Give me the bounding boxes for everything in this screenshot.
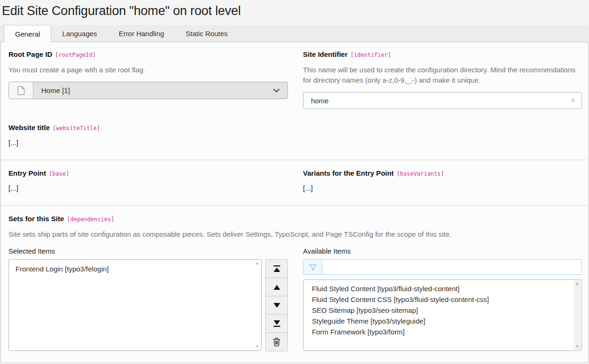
available-item[interactable]: Fluid Styled Content [typo3/fluid-styled… [303, 283, 567, 294]
selected-items-column: Selected Items Frontend Login [typo3/fel… [1, 240, 295, 351]
selected-item[interactable]: Frontend Login [typo3/felogin] [9, 263, 247, 274]
site-identifier-key: [identifier] [350, 52, 391, 58]
entry-point-label-text: Entry Point [8, 169, 46, 177]
entry-point-variants-collapsed-value[interactable]: [...] [303, 184, 313, 192]
filter-funnel-icon [308, 263, 318, 272]
root-page-id-group: Root Page ID[rootPageId] You must create… [1, 50, 295, 109]
scroll-down-icon[interactable]: ▼ [255, 345, 259, 349]
root-page-id-selected-value: Home [1] [33, 82, 287, 99]
root-page-id-key: [rootPageId] [55, 52, 96, 58]
general-tab-panel: Root Page ID[rootPageId] You must create… [0, 42, 589, 363]
entry-point-group: Entry Point[base] [...] [1, 169, 295, 192]
move-down-icon [273, 302, 280, 309]
website-title-key: [websiteTitle] [53, 125, 100, 132]
entry-point-variants-label: Variants for the Entry Point[baseVariant… [303, 169, 581, 178]
website-title-label-text: Website title [8, 124, 50, 132]
root-page-id-label-text: Root Page ID [8, 50, 52, 58]
trash-icon [272, 337, 281, 347]
tab-general[interactable]: General [4, 25, 51, 42]
available-item[interactable]: SEO Sitemap [typo3/seo-sitemap] [303, 305, 567, 316]
page-title: Edit Site Configuration "home" on root l… [2, 3, 589, 19]
entry-point-variants-key: [baseVariants] [396, 170, 444, 177]
available-items-filter [303, 259, 582, 275]
selected-items-heading: Selected Items [8, 246, 288, 256]
tab-static-routes[interactable]: Static Routes [175, 25, 238, 42]
root-page-id-description: You must create a page with a site root … [8, 65, 288, 75]
website-title-group: Website title[websiteTitle] [...] [1, 123, 295, 147]
clear-icon[interactable]: ✕ [570, 96, 576, 105]
entry-point-collapsed-value[interactable]: [...] [8, 184, 18, 192]
section-root-and-identifier: Root Page ID[rootPageId] You must create… [1, 42, 588, 160]
move-down-button[interactable] [265, 296, 288, 315]
selected-items-scrollbar[interactable]: ▲ ▼ [253, 260, 261, 350]
move-to-top-icon [273, 265, 280, 272]
entry-point-variants-label-text: Variants for the Entry Point [303, 169, 394, 177]
section-sets: Sets for this Site[dependencies] Site se… [1, 206, 588, 363]
sets-header: Sets for this Site[dependencies] Site se… [1, 214, 588, 240]
scroll-up-icon[interactable]: ▲ [255, 262, 259, 265]
scroll-up-icon[interactable]: ▲ [575, 282, 579, 286]
sets-key: [dependencies] [67, 216, 114, 223]
move-up-icon [273, 284, 280, 290]
selected-items-controls [265, 259, 288, 351]
site-identifier-input[interactable] [303, 92, 582, 109]
move-to-bottom-icon [273, 320, 280, 327]
root-page-id-select[interactable]: Home [1] [8, 82, 288, 99]
tab-languages[interactable]: Languages [51, 25, 108, 42]
available-items-column: Available Items Fluid Styled Content [ty… [295, 240, 589, 351]
sets-description: Site sets ship parts of site configurati… [8, 229, 581, 240]
page-icon-box [9, 82, 33, 99]
website-title-label: Website title[websiteTitle] [8, 123, 288, 133]
site-identifier-label: Site Identifier[identifier] [303, 50, 582, 60]
move-up-button[interactable] [265, 278, 288, 296]
available-item[interactable]: Form Framework [typo3/form] [303, 326, 567, 337]
available-items-heading: Available Items [303, 246, 582, 256]
tab-bar: General Languages Error Handling Static … [0, 25, 589, 42]
section-entry-point: Entry Point[base] [...] Variants for the… [1, 160, 588, 206]
move-to-bottom-button[interactable] [265, 314, 288, 333]
entry-point-variants-group: Variants for the Entry Point[baseVariant… [295, 169, 588, 192]
entry-point-label: Entry Point[base] [8, 169, 288, 178]
site-identifier-input-wrap: ✕ [303, 92, 582, 109]
sets-label: Sets for this Site[dependencies] [8, 214, 581, 224]
chevron-down-icon [273, 88, 280, 93]
move-to-top-button[interactable] [265, 259, 288, 278]
selected-items-listbox[interactable]: Frontend Login [typo3/felogin] ▲ ▼ [8, 259, 262, 351]
site-identifier-description: This name will be used to create the con… [303, 65, 582, 85]
entry-point-key: [base] [49, 170, 69, 177]
available-items-scrollbar[interactable]: ▲ ▼ [574, 280, 581, 350]
available-item[interactable]: Fluid Styled Content CSS [typo3/fluid-st… [303, 294, 567, 305]
scroll-down-icon[interactable]: ▼ [575, 345, 579, 349]
website-title-collapsed-value[interactable]: [...] [8, 139, 18, 147]
site-identifier-group: Site Identifier[identifier] This name wi… [295, 50, 589, 109]
root-page-id-label: Root Page ID[rootPageId] [8, 50, 288, 60]
available-item[interactable]: Styleguide Theme [typo3/styleguide] [303, 316, 567, 326]
remove-item-button[interactable] [265, 333, 288, 351]
sets-label-text: Sets for this Site [8, 215, 64, 223]
available-items-filter-input[interactable] [322, 260, 581, 274]
available-items-listbox[interactable]: Fluid Styled Content [typo3/fluid-styled… [303, 279, 582, 351]
tab-error-handling[interactable]: Error Handling [108, 25, 175, 42]
root-page-id-value-text: Home [1] [41, 86, 70, 94]
site-identifier-label-text: Site Identifier [303, 50, 348, 58]
filter-icon-box [303, 260, 322, 274]
page-icon [17, 86, 25, 95]
